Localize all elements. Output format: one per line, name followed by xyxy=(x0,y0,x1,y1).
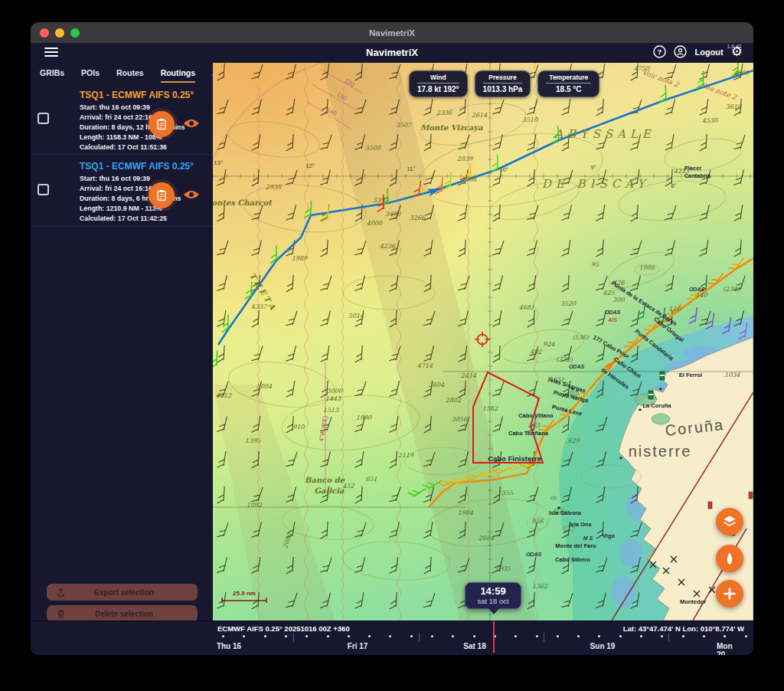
trash-icon xyxy=(56,609,66,619)
export-selection-label: Export selection xyxy=(66,588,182,597)
map-label: ABYSSALE xyxy=(554,127,655,141)
map-label: 2336 xyxy=(436,110,452,116)
map-label: Banco de xyxy=(305,476,345,484)
timeline-tick xyxy=(243,635,245,637)
timeline-tick xyxy=(536,635,538,637)
timeline-day-label[interactable]: Sat 18 xyxy=(463,642,485,650)
app-header: NavimetriX 1.0.41 ? Logout ⚙ xyxy=(31,43,753,63)
routing-detail: Arrival: fri 24 oct 16:16 xyxy=(80,185,152,192)
map-label: 4000 xyxy=(367,220,383,227)
map-label: 4008 xyxy=(461,176,477,183)
routing-detail: Calculated: 17 Oct 11:42:25 xyxy=(80,215,167,222)
map-label: ODAS xyxy=(605,309,621,315)
map-label: AIS xyxy=(607,317,617,323)
app-window: NavimetriX NavimetriX 1.0.41 ? Logout xyxy=(31,22,753,655)
timeline-bar[interactable]: ECMWF AIFS 0.25° 20251016 00Z +360 Lat: … xyxy=(31,621,753,655)
tab-routes[interactable]: Routes xyxy=(116,66,144,83)
routing-title: TSQ1 - ECMWF AIFS 0.25° xyxy=(80,161,194,172)
map-label: 1990 xyxy=(356,414,372,421)
timeline-cursor[interactable] xyxy=(493,621,495,653)
routing-visibility-button[interactable] xyxy=(183,188,200,201)
delete-selection-label: Delete selection xyxy=(66,610,182,618)
routing-checkbox[interactable] xyxy=(38,113,49,124)
map-label: 956 xyxy=(531,518,544,525)
logout-button[interactable]: Logout xyxy=(694,47,723,57)
routing-checkbox[interactable] xyxy=(38,184,49,195)
timeline-tick xyxy=(557,635,559,637)
layers-button[interactable] xyxy=(716,508,743,535)
map-label: Montedor xyxy=(680,598,706,605)
export-selection-button[interactable]: Export selection xyxy=(47,584,198,601)
tab-gribs[interactable]: GRIBs xyxy=(40,66,64,83)
routing-card[interactable]: TSQ1 - ECMWF AIFS 0.25°Start: thu 16 oct… xyxy=(31,83,213,155)
clipboard-icon xyxy=(155,118,168,130)
map-label: M S xyxy=(583,535,593,541)
account-button[interactable] xyxy=(674,45,687,58)
model-run-label: ECMWF AIFS 0.25° 20251016 00Z +360 xyxy=(217,624,350,633)
map-label: 1989 xyxy=(292,255,308,262)
map-label: 3610 xyxy=(726,103,742,110)
map-label: (536) xyxy=(572,334,589,341)
tab-routings[interactable]: Routings xyxy=(161,66,196,83)
map-label: 8° xyxy=(671,182,677,189)
timeline-tick xyxy=(389,635,391,637)
map-label: El Ferrol xyxy=(679,372,702,378)
map-label: 924 xyxy=(543,341,555,348)
scale-bar-label: 25.9 nm xyxy=(233,590,256,597)
map-canvas[interactable]: ★★★★★47504590453036102336261435073500351… xyxy=(213,63,753,621)
settings-button[interactable]: ⚙ xyxy=(731,45,743,58)
time-tooltip-time: 14:59 xyxy=(466,585,521,597)
map-label: 300 xyxy=(612,296,625,303)
window-title: NavimetriX xyxy=(31,28,753,38)
map-label: nisterre xyxy=(629,443,692,460)
map-label: Monte del Faro xyxy=(555,542,596,549)
routing-detail: Calculated: 17 Oct 11:51:36 xyxy=(80,143,167,151)
routing-detail: Arrival: fri 24 oct 22:16 xyxy=(80,113,152,121)
delete-selection-button[interactable]: Delete selection xyxy=(47,605,198,622)
timeline-day-separator xyxy=(544,633,544,642)
map-label: 3478 xyxy=(385,211,401,218)
map-label: 95 xyxy=(591,261,599,268)
map-label: 4412 xyxy=(216,392,232,399)
map-label: 910 xyxy=(292,424,305,431)
vessel-button[interactable] xyxy=(716,545,743,572)
timeline-tick xyxy=(745,635,747,637)
wind-badge[interactable]: Wind 17.8 kt 192° xyxy=(409,70,468,97)
routing-details-button[interactable] xyxy=(149,111,175,137)
map-label: 4681 xyxy=(519,304,534,311)
map-label: 1935 xyxy=(495,565,511,572)
timeline-tick xyxy=(473,635,475,637)
routing-visibility-button[interactable] xyxy=(183,117,200,129)
map-label: 5084 xyxy=(256,383,273,390)
pressure-badge-value: 1013.3 hPa xyxy=(483,85,523,93)
map-container: ★★★★★47504590453036102336261435073500351… xyxy=(213,63,753,621)
gear-icon: ⚙ xyxy=(731,44,743,59)
add-button[interactable] xyxy=(716,580,743,607)
timeline-day-label[interactable]: Thu 16 xyxy=(217,642,241,650)
map-label: 4530 xyxy=(702,117,718,124)
timeline-tick xyxy=(514,635,517,637)
map-label: 4236 xyxy=(380,243,396,250)
timeline-tick xyxy=(619,635,622,637)
routing-details-button[interactable] xyxy=(149,182,175,208)
svg-text:?: ? xyxy=(658,47,662,56)
tab-pois[interactable]: POIs xyxy=(81,66,100,83)
map-label: Cabo Toriñana xyxy=(508,430,549,437)
sidebar: GRIBsPOIsRoutesRoutingsAIS TSQ1 - ECMWF … xyxy=(31,63,213,621)
temperature-badge[interactable]: Temperature 18.5 °C xyxy=(537,70,599,97)
time-tooltip[interactable]: 14:59 sat 18 oct xyxy=(465,582,521,609)
timeline-day-label[interactable]: Fri 17 xyxy=(348,642,368,650)
map-label: 2604 xyxy=(429,382,445,388)
timeline-day-label[interactable]: Sun 19 xyxy=(590,642,616,650)
map-label: (232) xyxy=(556,356,573,363)
timeline-tick xyxy=(598,635,600,637)
help-button[interactable]: ? xyxy=(653,45,666,58)
map-label: Cantabria xyxy=(684,172,711,179)
map-label: 3266 xyxy=(410,215,426,221)
routing-card[interactable]: TSQ1 - ECMWF AIFS 0.25°Start: thu 16 oct… xyxy=(31,155,213,227)
map-label: .629 xyxy=(566,437,580,444)
timeline-day-label[interactable]: Mon 20 xyxy=(717,642,741,655)
buoy-icon xyxy=(708,502,712,509)
pressure-badge[interactable]: Pressure 1013.3 hPa xyxy=(475,70,531,97)
map-label: La Coruña xyxy=(642,402,671,409)
